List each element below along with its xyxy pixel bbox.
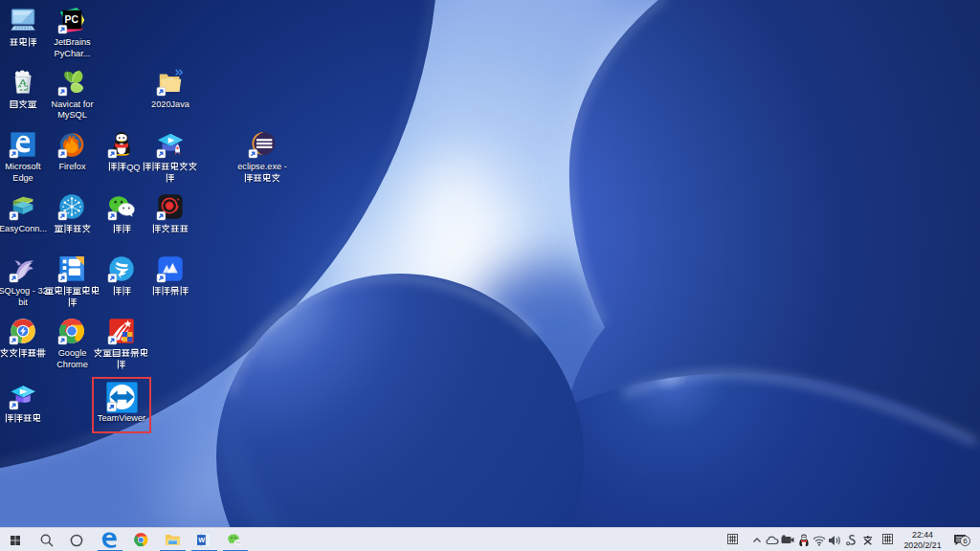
svg-text:PC: PC [65, 14, 79, 25]
svg-text:W: W [198, 536, 205, 544]
